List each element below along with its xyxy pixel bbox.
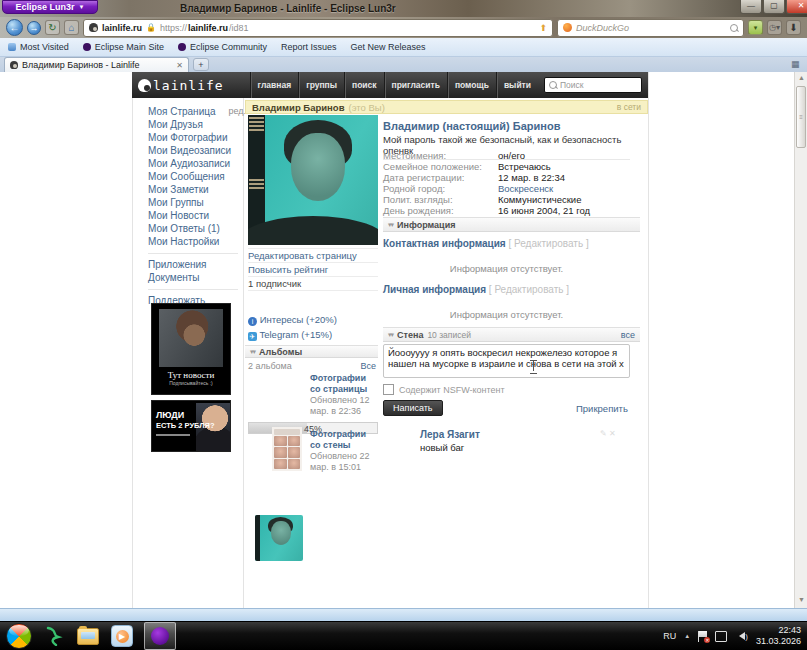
sidebar-item-notes[interactable]: Мои Заметки bbox=[148, 183, 238, 196]
wall-submit-button[interactable]: Написать bbox=[383, 400, 443, 416]
volume-icon[interactable]: ) bbox=[735, 632, 748, 641]
edit-post-icon[interactable]: ✎ bbox=[600, 429, 607, 438]
post-author-name[interactable]: Лера Язагит bbox=[420, 429, 480, 440]
album-updated: Обновлено 12 мар. в 22:36 bbox=[310, 395, 378, 417]
nav-invite[interactable]: пригласить bbox=[384, 72, 447, 98]
nsfw-checkbox[interactable] bbox=[383, 384, 394, 395]
collapse-icon[interactable]: ▾▾ bbox=[388, 221, 393, 229]
ad-banner[interactable]: ЛЮДИ ЕСТЬ 2 РУБЛЯ? bbox=[151, 400, 231, 452]
bookmark-report-issues[interactable]: Report Issues bbox=[281, 42, 337, 52]
sidebar-item-apps[interactable]: Приложения bbox=[148, 258, 238, 271]
sidebar-item-my-page[interactable]: Моя Страница ред. bbox=[148, 105, 238, 118]
albums-all-link[interactable]: Все bbox=[360, 361, 376, 371]
boost-interests[interactable]: i Интересы (+20%) bbox=[248, 312, 378, 327]
scroll-down-arrow[interactable]: ▼ bbox=[797, 596, 806, 603]
clock-time: 22:43 bbox=[756, 625, 801, 636]
tab-list-icon[interactable]: ▦ bbox=[791, 59, 800, 69]
news-banner[interactable]: Тут новости Подписывайтесь :) bbox=[151, 303, 231, 395]
profile-photo[interactable] bbox=[248, 115, 378, 245]
album-title[interactable]: Фотографии со стены bbox=[310, 429, 366, 450]
scrollbar-thumb[interactable]: ≡ bbox=[796, 86, 806, 148]
bookmark-eclipse-main-site[interactable]: Eclipse Main Site bbox=[83, 42, 164, 52]
edit-page-link[interactable]: Редактировать страницу bbox=[248, 248, 378, 262]
page-scrollbar[interactable]: ▲ ≡ ▼ bbox=[794, 72, 807, 608]
subscribers-link[interactable]: 1 подписчик bbox=[248, 276, 378, 291]
sidebar-item-photos[interactable]: Мои Фотографии bbox=[148, 131, 238, 144]
boost-telegram[interactable]: ✈ Telegram (+15%) bbox=[248, 327, 378, 342]
field-row: Родной город:Воскресенск bbox=[383, 183, 630, 194]
sidebar-item-answers[interactable]: Мои Ответы (1) bbox=[148, 222, 238, 235]
albums-header[interactable]: ▾▾ Альбомы bbox=[245, 345, 378, 358]
contact-empty-text: Информация отсутствует. bbox=[383, 263, 630, 274]
wall-attach-link[interactable]: Прикрепить bbox=[576, 403, 628, 414]
wall-post-input[interactable]: Йоооуууу я опять воскресил некрожелезо к… bbox=[383, 344, 630, 378]
sidebar-item-messages[interactable]: Мои Сообщения bbox=[148, 170, 238, 183]
action-center-icon[interactable]: ✕ bbox=[698, 631, 707, 642]
site-logo[interactable]: lainlife bbox=[138, 78, 224, 93]
tab-profile[interactable]: Владимир Баринов - Lainlife ✕ bbox=[4, 57, 189, 72]
history-menu-button[interactable]: ◷▾ bbox=[767, 20, 782, 35]
window-titlebar[interactable]: Eclipse Lun3r ▼ Владимир Баринов - Lainl… bbox=[0, 0, 807, 17]
personal-info-block: Личная информация [ Редактировать ] Инфо… bbox=[383, 284, 630, 320]
album-thumb-wall-photos[interactable] bbox=[272, 427, 302, 471]
sidebar-edit-link[interactable]: ред. bbox=[228, 105, 246, 118]
bookmark-get-new-releases[interactable]: Get New Releases bbox=[350, 42, 425, 52]
sidebar-item-audios[interactable]: Мои Аудиозаписи bbox=[148, 157, 238, 170]
search-icon[interactable] bbox=[730, 24, 738, 32]
back-button[interactable]: ← bbox=[6, 19, 23, 36]
tab-close-icon[interactable]: ✕ bbox=[176, 61, 183, 70]
collapse-icon[interactable]: ▾▾ bbox=[250, 348, 255, 356]
taskbar-explorer-icon[interactable] bbox=[76, 624, 100, 648]
bookmark-eclipse-community[interactable]: Eclipse Community bbox=[178, 42, 267, 52]
hometown-link[interactable]: Воскресенск bbox=[498, 183, 553, 194]
sidebar-item-videos[interactable]: Мои Видеозаписи bbox=[148, 144, 238, 157]
close-button[interactable]: ✕ bbox=[786, 0, 807, 14]
wall-header[interactable]: ▾▾ Стена 10 записей все bbox=[383, 327, 640, 342]
duckduckgo-icon bbox=[563, 23, 572, 32]
contact-edit-link[interactable]: [ Редактировать ] bbox=[508, 238, 588, 249]
minimize-button[interactable]: — bbox=[740, 0, 762, 14]
nav-logout[interactable]: выйти bbox=[496, 72, 538, 98]
nav-groups[interactable]: группы bbox=[298, 72, 344, 98]
browser-toolbar: ← → ↻ ⌂ lainlife.ru 🔒 https:// lainlife.… bbox=[0, 17, 807, 38]
personal-edit-link[interactable]: [ Редактировать ] bbox=[489, 284, 569, 295]
new-tab-button[interactable]: + bbox=[193, 58, 209, 71]
boost-rating-link[interactable]: Повысить рейтинг bbox=[248, 262, 378, 276]
wall-all-link[interactable]: все bbox=[621, 330, 635, 340]
forward-button[interactable]: → bbox=[27, 21, 41, 35]
site-search-input[interactable]: Поиск bbox=[544, 77, 642, 93]
album-title[interactable]: Фотографии со страницы bbox=[310, 373, 367, 394]
taskbar-eclipse-browser-active[interactable] bbox=[144, 622, 176, 650]
language-indicator[interactable]: RU bbox=[663, 631, 676, 641]
maximize-button[interactable]: ▢ bbox=[763, 0, 785, 14]
album-thumb-page-photos[interactable] bbox=[255, 515, 303, 561]
start-button[interactable] bbox=[6, 623, 32, 649]
bookmark-most-visited[interactable]: Most Visited bbox=[8, 42, 69, 52]
scroll-up-arrow[interactable]: ▲ bbox=[797, 74, 806, 81]
nav-search[interactable]: поиск bbox=[344, 72, 384, 98]
collapse-icon[interactable]: ▾▾ bbox=[388, 331, 393, 339]
sidebar-item-groups[interactable]: Мои Группы bbox=[148, 196, 238, 209]
go-arrow-icon[interactable]: ⬆ bbox=[539, 23, 547, 33]
nav-help[interactable]: помощь bbox=[447, 72, 496, 98]
home-button[interactable]: ⌂ bbox=[64, 20, 79, 35]
firefox-app-menu-button[interactable]: Eclipse Lun3r ▼ bbox=[2, 0, 98, 14]
info-section-header[interactable]: ▾▾ Информация bbox=[383, 217, 640, 232]
bookmarks-menu-button[interactable]: ▾ bbox=[748, 20, 763, 35]
search-bar[interactable]: DuckDuckGo bbox=[557, 19, 744, 37]
url-bar[interactable]: lainlife.ru 🔒 https:// lainlife.ru /id81… bbox=[83, 19, 553, 37]
network-icon[interactable] bbox=[715, 631, 727, 642]
taskbar-kali-icon[interactable] bbox=[42, 624, 66, 648]
sidebar-item-news[interactable]: Мои Новости bbox=[148, 209, 238, 222]
downloads-button[interactable]: ⬇ bbox=[786, 20, 801, 35]
nav-home[interactable]: главная bbox=[250, 72, 299, 98]
delete-post-icon[interactable]: ✕ bbox=[609, 429, 616, 438]
site-nav: главная группы поиск пригласить помощь в… bbox=[250, 72, 538, 98]
clock[interactable]: 22:43 31.03.2026 bbox=[756, 625, 801, 648]
reload-button[interactable]: ↻ bbox=[45, 20, 60, 35]
sidebar-item-friends[interactable]: Мои Друзья bbox=[148, 118, 238, 131]
taskbar-mediaplayer-icon[interactable]: ▶ bbox=[110, 624, 134, 648]
sidebar-item-settings[interactable]: Мои Настройки bbox=[148, 235, 238, 248]
tray-expand-icon[interactable]: ▲ bbox=[684, 633, 690, 639]
sidebar-item-documents[interactable]: Документы bbox=[148, 271, 238, 284]
